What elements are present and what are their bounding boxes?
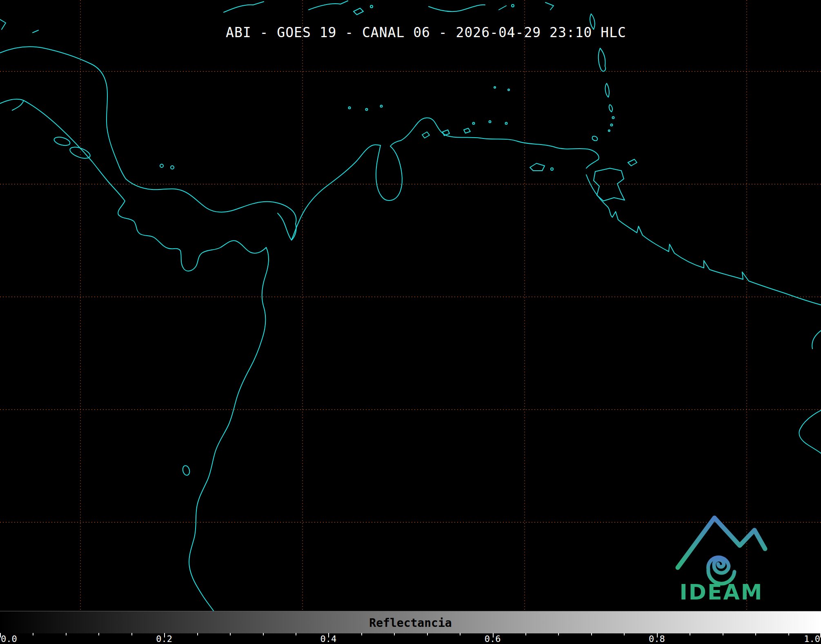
coastline-trinidad <box>594 168 625 201</box>
reflectance-colorbar: Reflectancia 0.0 0.2 0.4 0.6 0.8 1.0 <box>0 611 821 644</box>
colorbar-tick-label: 0.2 <box>156 634 172 644</box>
colorbar-tick-label: 0.8 <box>649 634 665 644</box>
colorbar-tick-label: 1.0 <box>804 634 820 644</box>
coastline-fragment <box>0 18 6 29</box>
coastline-tobago <box>628 159 637 166</box>
coastline-fragment <box>33 30 38 33</box>
coastline-right-edge <box>799 409 821 455</box>
ideam-logo: IDEAM <box>674 506 768 604</box>
colorbar-gradient: Reflectancia <box>0 611 821 633</box>
ideam-logo-text: IDEAM <box>679 580 763 604</box>
coastline-central-america-pacific <box>0 99 24 110</box>
image-title: ABI - GOES 19 - CANAL 06 - 2026-04-29 23… <box>226 25 626 40</box>
coastline-maracaibo <box>376 140 402 201</box>
colorbar-tick-label: 0.6 <box>485 634 501 644</box>
coastline-central-america-caribbean <box>0 47 126 179</box>
colorbar-label: Reflectancia <box>0 616 821 630</box>
coastline-panama-pacific <box>109 182 266 271</box>
colorbar-tick-label: 0.4 <box>320 634 337 644</box>
coastline-nicaragua-pacific <box>24 100 109 182</box>
coastline-margarita <box>530 163 545 171</box>
coastline-colombia-caribbean <box>291 145 380 240</box>
goes-satellite-image: ABI - GOES 19 - CANAL 06 - 2026-04-29 23… <box>0 0 821 644</box>
coastline-pacific-south-america <box>189 247 269 611</box>
colorbar-tick-label: 0.0 <box>1 634 17 644</box>
coastline-venezuela <box>401 118 599 168</box>
coastline-panama-north <box>126 179 296 224</box>
colorbar-minor-ticks <box>0 633 821 635</box>
